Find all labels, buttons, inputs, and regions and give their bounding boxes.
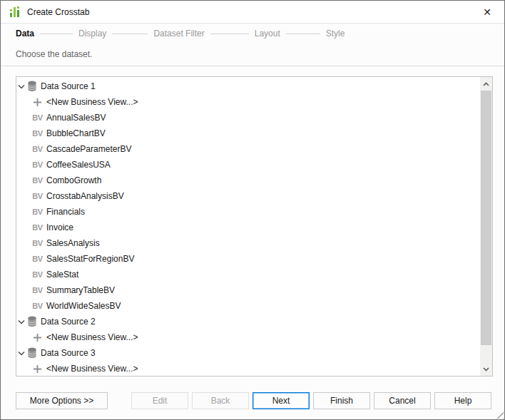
plus-icon — [32, 333, 43, 342]
tree-item-label: <New Business View...> — [46, 364, 138, 374]
tree-item-label: Data Source 3 — [41, 348, 96, 358]
button-bar: More Options >> Edit Back Next Finish Ca… — [1, 392, 504, 409]
tree-item-business-view[interactable]: BVSalesStatForRegionBV — [16, 251, 480, 267]
tree-item-datasource[interactable]: Data Source 1 — [16, 78, 480, 94]
tree-item-label: SummaryTableBV — [46, 285, 115, 295]
tree-item-business-view[interactable]: BVComboGrowth — [16, 173, 480, 188]
tree-item-label: BubbleChartBV — [46, 128, 106, 138]
scroll-up-icon[interactable] — [480, 77, 492, 91]
database-icon — [27, 316, 37, 327]
step-style[interactable]: Style — [326, 29, 345, 39]
plus-icon — [32, 98, 43, 107]
business-view-icon: BV — [32, 145, 43, 153]
business-view-icon: BV — [32, 208, 43, 216]
chevron-down-icon[interactable] — [18, 319, 25, 325]
tree-item-business-view[interactable]: BVBubbleChartBV — [16, 126, 480, 141]
close-icon[interactable]: ✕ — [477, 3, 497, 21]
titlebar[interactable]: Create Crosstab ✕ — [1, 1, 504, 24]
database-icon — [27, 347, 37, 359]
create-crosstab-dialog: Create Crosstab ✕ Data Display Dataset F… — [0, 0, 505, 420]
tree-item-label: SalesAnalysis — [46, 238, 100, 248]
tree-item-label: SalesStatForRegionBV — [46, 254, 134, 264]
vertical-scrollbar[interactable] — [480, 77, 492, 376]
scrollbar-thumb[interactable] — [481, 91, 491, 345]
chevron-down-icon[interactable] — [18, 83, 25, 90]
tree-item-label: ComboGrowth — [46, 175, 101, 185]
tree-item-label: CrosstabAnalysisBV — [46, 191, 124, 201]
window-title: Create Crosstab — [27, 7, 89, 17]
tree-item-business-view[interactable]: BVSaleStat — [16, 267, 480, 282]
step-dataset-filter[interactable]: Dataset Filter — [153, 29, 204, 39]
tree-item-business-view[interactable]: BVSummaryTableBV — [16, 282, 480, 298]
tree-item-new-business-view[interactable]: <New Business View...> — [16, 94, 480, 110]
help-button[interactable]: Help — [434, 392, 491, 409]
business-view-icon: BV — [32, 223, 43, 232]
tree-item-label: CascadeParameterBV — [46, 144, 131, 154]
dataset-tree-panel: Data Source 1<New Business View...>BVAnn… — [16, 76, 493, 377]
tree-item-business-view[interactable]: BVFinancials — [16, 204, 480, 220]
back-button: Back — [192, 392, 249, 409]
step-connector — [210, 34, 249, 34]
tree-item-business-view[interactable]: BVCascadeParameterBV — [16, 141, 480, 157]
plus-icon — [32, 364, 43, 374]
tree-item-label: AnnualSalesBV — [46, 113, 106, 123]
business-view-icon: BV — [32, 270, 43, 279]
business-view-icon: BV — [32, 239, 43, 247]
tree-item-datasource[interactable]: Data Source 3 — [16, 345, 480, 361]
business-view-icon: BV — [32, 302, 43, 310]
tree-item-business-view[interactable]: BVAnnualSalesBV — [16, 110, 480, 126]
business-view-icon: BV — [32, 129, 43, 138]
step-display[interactable]: Display — [78, 29, 106, 39]
tree-item-new-business-view[interactable]: <New Business View...> — [16, 329, 480, 345]
step-connector — [112, 34, 148, 34]
step-connector — [286, 34, 320, 34]
tree-item-label: Data Source 1 — [41, 81, 96, 91]
next-button[interactable]: Next — [252, 392, 310, 409]
tree-item-label: WorldWideSalesBV — [46, 301, 121, 311]
tree-item-label: <New Business View...> — [46, 97, 138, 107]
tree-item-business-view[interactable]: BVCoffeeSalesUSA — [16, 157, 480, 173]
wizard-steps: Data Display Dataset Filter Layout Style — [1, 24, 504, 43]
resize-grip-icon[interactable] — [494, 409, 504, 419]
business-view-icon: BV — [32, 113, 43, 122]
tree-item-business-view[interactable]: BVCrosstabAnalysisBV — [16, 188, 480, 204]
cancel-button[interactable]: Cancel — [374, 392, 431, 409]
tree-item-label: <New Business View...> — [46, 332, 138, 342]
chevron-down-icon[interactable] — [18, 350, 25, 357]
tree-item-label: CoffeeSalesUSA — [46, 160, 111, 170]
edit-button: Edit — [131, 392, 188, 409]
crosstab-chart-icon — [9, 6, 21, 18]
dataset-tree: Data Source 1<New Business View...>BVAnn… — [16, 77, 480, 376]
step-connector — [40, 34, 73, 34]
database-icon — [27, 81, 37, 92]
step-layout[interactable]: Layout — [255, 29, 280, 39]
tree-item-label: SaleStat — [46, 270, 78, 280]
tree-item-business-view[interactable]: BVSalesAnalysis — [16, 235, 480, 251]
tree-item-business-view[interactable]: BVWorldWideSalesBV — [16, 298, 480, 314]
tree-item-label: Data Source 2 — [41, 317, 96, 327]
business-view-icon: BV — [32, 286, 43, 294]
tree-item-new-business-view[interactable]: <New Business View...> — [16, 361, 480, 376]
more-options-button[interactable]: More Options >> — [16, 392, 108, 409]
business-view-icon: BV — [32, 176, 43, 185]
instruction-text: Choose the dataset. — [1, 43, 504, 66]
tree-item-label: Invoice — [46, 222, 73, 232]
scroll-down-icon[interactable] — [480, 362, 492, 376]
separator — [1, 66, 504, 66]
business-view-icon: BV — [32, 160, 43, 169]
tree-item-business-view[interactable]: BVInvoice — [16, 220, 480, 235]
tree-item-datasource[interactable]: Data Source 2 — [16, 314, 480, 329]
step-data[interactable]: Data — [16, 29, 34, 39]
tree-item-label: Financials — [46, 207, 85, 217]
business-view-icon: BV — [32, 255, 43, 263]
business-view-icon: BV — [32, 192, 43, 200]
finish-button[interactable]: Finish — [313, 392, 370, 409]
